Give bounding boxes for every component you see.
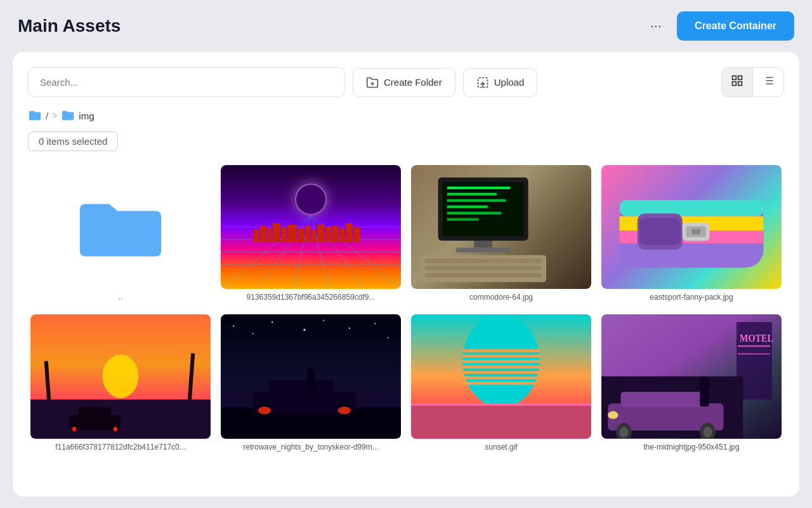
svg-point-77 — [323, 320, 324, 321]
svg-rect-106 — [620, 392, 704, 407]
svg-rect-91 — [462, 355, 540, 358]
toolbar: Create Folder Upload — [28, 67, 784, 97]
folder-thumb — [30, 165, 211, 289]
svg-point-85 — [338, 406, 351, 414]
svg-rect-113 — [700, 391, 709, 406]
grid-item-sunset-city[interactable]: f11a666f378177812dfc2b411e717c0... — [28, 312, 213, 456]
svg-rect-46 — [447, 211, 501, 214]
search-input[interactable] — [28, 67, 345, 97]
svg-rect-36 — [332, 226, 339, 242]
svg-rect-37 — [340, 229, 344, 242]
grid-icon — [731, 74, 743, 87]
svg-rect-39 — [354, 227, 360, 242]
grid-item-parent-folder[interactable]: .. — [28, 163, 213, 307]
svg-rect-30 — [288, 225, 297, 242]
svg-point-112 — [699, 377, 709, 392]
grid-item-label: the-midnightjpg-950x451.jpg — [601, 443, 782, 451]
svg-rect-38 — [346, 223, 353, 242]
grid-item-retrowave-nights[interactable]: retrowave_nights_by_tonyskeor-d99m... — [218, 312, 403, 456]
page-title: Main Assets — [18, 16, 121, 36]
breadcrumb-current-folder: img — [61, 109, 94, 123]
svg-rect-6 — [733, 82, 737, 86]
svg-rect-103 — [738, 353, 770, 354]
svg-rect-34 — [317, 224, 325, 242]
folder-large-icon — [70, 192, 171, 262]
svg-rect-83 — [269, 380, 333, 396]
more-icon: ··· — [650, 18, 662, 34]
header: Main Assets ··· Create Container — [0, 0, 812, 52]
svg-point-70 — [72, 427, 76, 431]
grid-item-label: eastsport-fanny-pack.jpg — [601, 293, 782, 302]
svg-rect-48 — [474, 241, 492, 248]
svg-rect-29 — [282, 227, 287, 242]
svg-rect-52 — [424, 266, 542, 271]
svg-rect-5 — [738, 76, 742, 80]
svg-rect-95 — [462, 377, 540, 380]
svg-rect-53 — [424, 273, 542, 277]
breadcrumb-separator: > — [52, 110, 57, 121]
breadcrumb-root-folder-icon[interactable] — [28, 109, 42, 123]
items-selected-badge: 0 items selected — [28, 131, 118, 151]
grid-item-sunset-gif[interactable]: sunset.gif — [409, 312, 594, 456]
breadcrumb-root-label[interactable]: / — [46, 110, 48, 121]
svg-rect-42 — [447, 187, 510, 189]
svg-rect-59 — [639, 218, 681, 245]
svg-rect-102 — [738, 345, 770, 347]
grid-item-commodore[interactable]: commodore-64.jpg — [409, 163, 594, 307]
svg-point-76 — [303, 329, 305, 331]
create-container-button[interactable]: Create Container — [677, 11, 794, 41]
svg-rect-45 — [447, 206, 488, 208]
svg-rect-69 — [79, 408, 111, 419]
image-thumb — [601, 165, 782, 289]
grid-item-retrowave[interactable]: 9136359d1367bf96a345266859cdf9... — [218, 163, 403, 307]
svg-rect-92 — [462, 360, 540, 363]
svg-point-84 — [258, 406, 271, 414]
svg-point-86 — [306, 368, 315, 382]
image-thumb — [221, 165, 401, 289]
more-button[interactable]: ··· — [645, 15, 667, 37]
svg-rect-4 — [733, 76, 737, 80]
image-thumb — [30, 314, 211, 438]
svg-point-71 — [114, 427, 117, 431]
svg-rect-62 — [691, 229, 700, 234]
upload-label: Upload — [494, 77, 525, 88]
svg-rect-26 — [260, 226, 266, 242]
svg-rect-44 — [447, 199, 506, 202]
svg-point-78 — [349, 328, 350, 329]
svg-point-64 — [103, 355, 139, 398]
file-grid: .. — [28, 163, 784, 457]
svg-point-74 — [252, 333, 254, 335]
upload-button[interactable]: Upload — [463, 68, 538, 97]
breadcrumb-folder-icon — [61, 109, 75, 123]
svg-rect-94 — [462, 371, 540, 374]
svg-point-75 — [272, 321, 273, 323]
svg-point-108 — [619, 427, 628, 438]
svg-point-111 — [608, 411, 618, 419]
folder-plus-icon — [366, 76, 379, 89]
image-thumb: MOTEL — [601, 314, 782, 438]
grid-item-label: retrowave_nights_by_tonyskeor-d99m... — [221, 443, 401, 451]
grid-item-midnight[interactable]: MOTEL — [599, 312, 784, 456]
create-folder-label: Create Folder — [384, 77, 442, 88]
grid-view-button[interactable] — [722, 68, 752, 97]
create-folder-button[interactable]: Create Folder — [353, 68, 455, 97]
svg-rect-7 — [738, 82, 742, 86]
svg-rect-96 — [462, 382, 540, 385]
svg-rect-51 — [424, 258, 542, 263]
svg-point-79 — [374, 323, 376, 324]
grid-item-label: commodore-64.jpg — [411, 293, 591, 302]
main-panel: Create Folder Upload — [13, 52, 799, 497]
svg-rect-35 — [326, 227, 331, 242]
svg-rect-49 — [456, 248, 510, 252]
svg-point-73 — [233, 325, 234, 326]
breadcrumb-folder-name: img — [79, 110, 94, 121]
list-view-button[interactable] — [753, 68, 783, 97]
svg-rect-87 — [307, 381, 315, 395]
svg-rect-25 — [254, 229, 259, 242]
upload-icon — [476, 76, 489, 89]
svg-text:MOTEL: MOTEL — [740, 332, 773, 344]
grid-item-label: .. — [30, 293, 211, 302]
svg-rect-47 — [447, 218, 479, 220]
svg-point-110 — [703, 427, 712, 438]
grid-item-fanny-pack[interactable]: eastsport-fanny-pack.jpg — [599, 163, 784, 307]
